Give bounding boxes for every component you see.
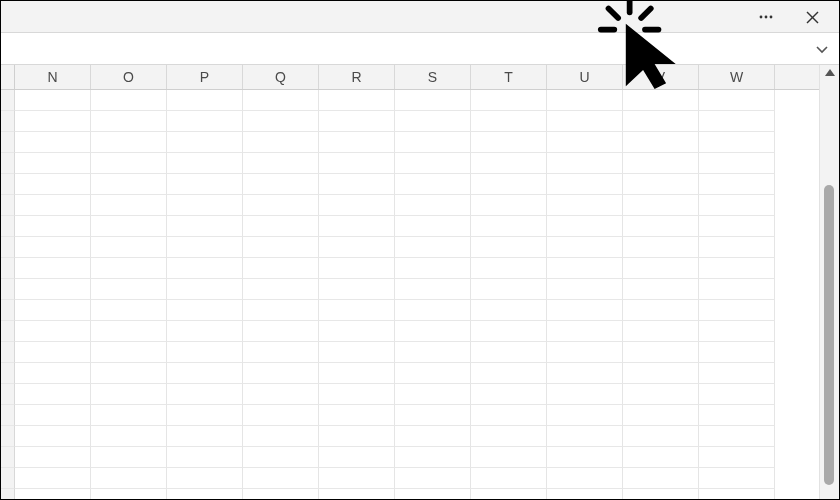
cell[interactable] bbox=[243, 321, 319, 342]
cell[interactable] bbox=[15, 195, 91, 216]
cell[interactable] bbox=[91, 111, 167, 132]
cell[interactable] bbox=[471, 237, 547, 258]
row-header[interactable] bbox=[1, 384, 15, 405]
cell[interactable] bbox=[319, 300, 395, 321]
cell[interactable] bbox=[395, 237, 471, 258]
close-button[interactable] bbox=[789, 1, 835, 33]
cell[interactable] bbox=[15, 132, 91, 153]
cell[interactable] bbox=[15, 363, 91, 384]
cell[interactable] bbox=[91, 90, 167, 111]
row-header[interactable] bbox=[1, 153, 15, 174]
cell[interactable] bbox=[699, 363, 775, 384]
cell[interactable] bbox=[243, 447, 319, 468]
cell[interactable] bbox=[15, 447, 91, 468]
cell[interactable] bbox=[699, 153, 775, 174]
cell[interactable] bbox=[15, 468, 91, 489]
cell[interactable] bbox=[547, 153, 623, 174]
cell[interactable] bbox=[395, 363, 471, 384]
cell[interactable] bbox=[699, 174, 775, 195]
cell[interactable] bbox=[699, 111, 775, 132]
cell[interactable] bbox=[471, 279, 547, 300]
cell[interactable] bbox=[243, 426, 319, 447]
cell[interactable] bbox=[167, 321, 243, 342]
cell[interactable] bbox=[167, 489, 243, 499]
row-header[interactable] bbox=[1, 447, 15, 468]
cell[interactable] bbox=[91, 237, 167, 258]
cell[interactable] bbox=[395, 111, 471, 132]
cell[interactable] bbox=[623, 153, 699, 174]
cell[interactable] bbox=[167, 279, 243, 300]
cell[interactable] bbox=[699, 237, 775, 258]
cell[interactable] bbox=[623, 342, 699, 363]
row-header[interactable] bbox=[1, 258, 15, 279]
cell[interactable] bbox=[319, 195, 395, 216]
cell[interactable] bbox=[471, 216, 547, 237]
cell[interactable] bbox=[91, 342, 167, 363]
cell[interactable] bbox=[623, 489, 699, 499]
cell[interactable] bbox=[623, 426, 699, 447]
cell[interactable] bbox=[167, 258, 243, 279]
cell[interactable] bbox=[623, 111, 699, 132]
cell[interactable] bbox=[91, 405, 167, 426]
cell[interactable] bbox=[395, 258, 471, 279]
cell[interactable] bbox=[15, 216, 91, 237]
cell[interactable] bbox=[15, 489, 91, 499]
cell[interactable] bbox=[243, 132, 319, 153]
row-header[interactable] bbox=[1, 468, 15, 489]
cell[interactable] bbox=[243, 405, 319, 426]
cell[interactable] bbox=[547, 426, 623, 447]
cell[interactable] bbox=[623, 405, 699, 426]
cell[interactable] bbox=[395, 153, 471, 174]
cell[interactable] bbox=[15, 279, 91, 300]
column-header[interactable]: R bbox=[319, 65, 395, 89]
cell[interactable] bbox=[319, 426, 395, 447]
column-header[interactable]: V bbox=[623, 65, 699, 89]
cell[interactable] bbox=[243, 111, 319, 132]
cell[interactable] bbox=[395, 90, 471, 111]
cell[interactable] bbox=[15, 384, 91, 405]
formula-expand-button[interactable] bbox=[811, 33, 833, 65]
cell[interactable] bbox=[243, 174, 319, 195]
row-header[interactable] bbox=[1, 279, 15, 300]
cell[interactable] bbox=[319, 447, 395, 468]
column-header[interactable]: S bbox=[395, 65, 471, 89]
row-header[interactable] bbox=[1, 237, 15, 258]
vertical-scrollbar[interactable] bbox=[819, 65, 839, 499]
cell[interactable] bbox=[167, 174, 243, 195]
cell[interactable] bbox=[243, 153, 319, 174]
cell[interactable] bbox=[547, 279, 623, 300]
cell[interactable] bbox=[15, 405, 91, 426]
cell[interactable] bbox=[547, 195, 623, 216]
formula-input[interactable] bbox=[5, 37, 809, 60]
cell[interactable] bbox=[15, 90, 91, 111]
cell[interactable] bbox=[395, 216, 471, 237]
cell[interactable] bbox=[91, 216, 167, 237]
row-header[interactable] bbox=[1, 426, 15, 447]
cell[interactable] bbox=[91, 468, 167, 489]
cell[interactable] bbox=[623, 468, 699, 489]
cell[interactable] bbox=[167, 363, 243, 384]
cell[interactable] bbox=[243, 237, 319, 258]
cell[interactable] bbox=[471, 426, 547, 447]
cell[interactable] bbox=[91, 300, 167, 321]
cell[interactable] bbox=[623, 216, 699, 237]
cell[interactable] bbox=[547, 342, 623, 363]
cell[interactable] bbox=[319, 111, 395, 132]
cell[interactable] bbox=[319, 384, 395, 405]
cell[interactable] bbox=[167, 153, 243, 174]
cell[interactable] bbox=[319, 153, 395, 174]
cell[interactable] bbox=[699, 447, 775, 468]
cell[interactable] bbox=[623, 132, 699, 153]
cell[interactable] bbox=[243, 363, 319, 384]
cell[interactable] bbox=[91, 426, 167, 447]
cell[interactable] bbox=[699, 300, 775, 321]
cell[interactable] bbox=[91, 153, 167, 174]
row-header[interactable] bbox=[1, 321, 15, 342]
cell[interactable] bbox=[319, 237, 395, 258]
cell[interactable] bbox=[471, 405, 547, 426]
cell[interactable] bbox=[15, 300, 91, 321]
cell[interactable] bbox=[319, 174, 395, 195]
row-header[interactable] bbox=[1, 174, 15, 195]
cell[interactable] bbox=[471, 90, 547, 111]
cell[interactable] bbox=[91, 132, 167, 153]
